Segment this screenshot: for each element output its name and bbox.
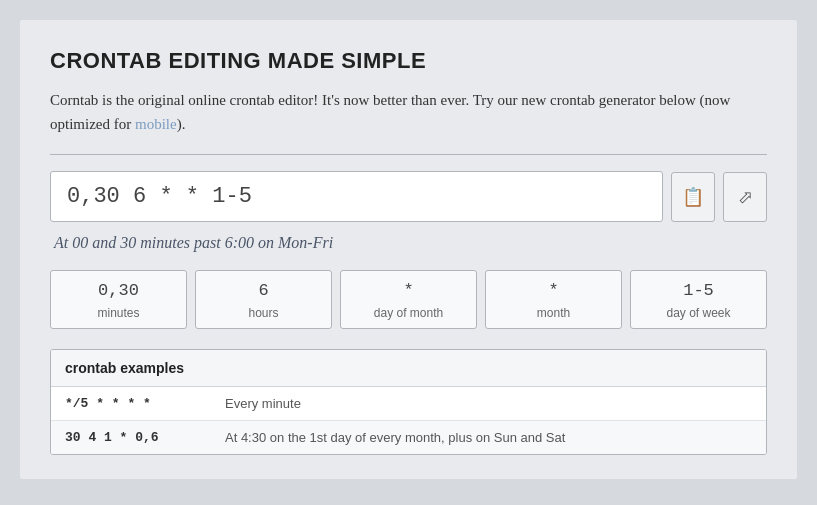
divider xyxy=(50,154,767,155)
cron-input-row: 📋 ⬀ xyxy=(50,171,767,222)
cron-field-label: day of week xyxy=(639,306,758,320)
cron-field-day-of-month[interactable]: *day of month xyxy=(340,270,477,329)
cron-field-value: 1-5 xyxy=(639,281,758,300)
example-cron: */5 * * * * xyxy=(51,387,211,421)
cron-description: At 00 and 30 minutes past 6:00 on Mon-Fr… xyxy=(50,234,767,252)
cron-field-minutes[interactable]: 0,30minutes xyxy=(50,270,187,329)
page-title: CRONTAB EDITING MADE SIMPLE xyxy=(50,48,767,74)
cron-field-month[interactable]: *month xyxy=(485,270,622,329)
cron-fields: 0,30minutes6hours*day of month*month1-5d… xyxy=(50,270,767,329)
cron-field-label: hours xyxy=(204,306,323,320)
example-description: At 4:30 on the 1st day of every month, p… xyxy=(211,421,766,455)
cron-input[interactable] xyxy=(50,171,663,222)
mobile-link[interactable]: mobile xyxy=(135,116,177,132)
cron-field-value: 0,30 xyxy=(59,281,178,300)
cron-field-value: * xyxy=(349,281,468,300)
description: Corntab is the original online crontab e… xyxy=(50,88,767,136)
cron-field-label: month xyxy=(494,306,613,320)
copy-icon: 📋 xyxy=(682,186,704,208)
cron-field-day-of-week[interactable]: 1-5day of week xyxy=(630,270,767,329)
table-row[interactable]: */5 * * * *Every minute xyxy=(51,387,766,421)
copy-button[interactable]: 📋 xyxy=(671,172,715,222)
cron-field-hours[interactable]: 6hours xyxy=(195,270,332,329)
main-container: CRONTAB EDITING MADE SIMPLE Corntab is t… xyxy=(20,20,797,479)
cron-field-value: 6 xyxy=(204,281,323,300)
description-text-2: ). xyxy=(177,116,186,132)
example-description: Every minute xyxy=(211,387,766,421)
share-icon: ⬀ xyxy=(738,186,753,208)
cron-field-value: * xyxy=(494,281,613,300)
example-cron: 30 4 1 * 0,6 xyxy=(51,421,211,455)
cron-field-label: minutes xyxy=(59,306,178,320)
cron-field-label: day of month xyxy=(349,306,468,320)
examples-box: crontab examples */5 * * * *Every minute… xyxy=(50,349,767,455)
examples-table: */5 * * * *Every minute30 4 1 * 0,6At 4:… xyxy=(51,387,766,454)
share-button[interactable]: ⬀ xyxy=(723,172,767,222)
examples-header: crontab examples xyxy=(51,350,766,387)
table-row[interactable]: 30 4 1 * 0,6At 4:30 on the 1st day of ev… xyxy=(51,421,766,455)
